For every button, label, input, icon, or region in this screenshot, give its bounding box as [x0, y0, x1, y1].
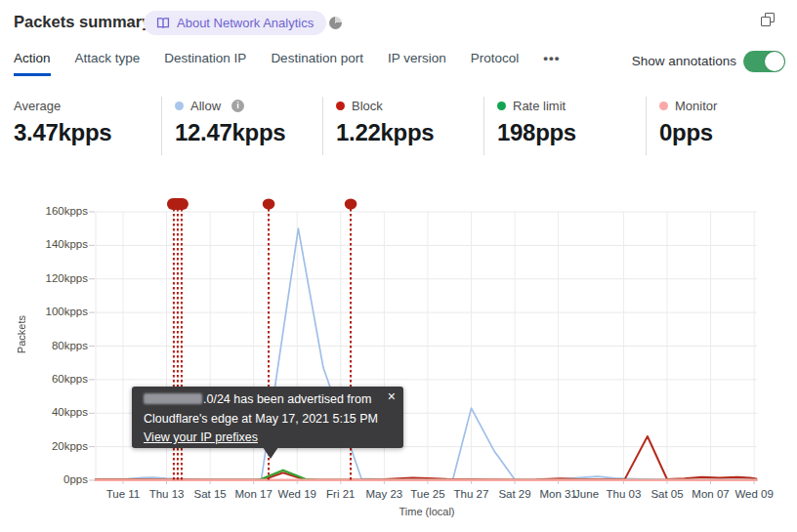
- stat-value: 12.47kpps: [175, 119, 322, 146]
- network-analytics-panel: Packets summary About Network Analytics …: [0, 0, 797, 532]
- tooltip-line-1: .0/24 has been advertised from: [144, 390, 392, 410]
- packets-chart: Packets Time (local) 160kpps140kpps120kp…: [0, 190, 797, 532]
- y-tick-label: 140kpps: [35, 238, 88, 250]
- badge-label: About Network Analytics: [177, 16, 314, 30]
- legend-dot: [659, 102, 668, 110]
- y-tick-label: 160kpps: [35, 205, 88, 217]
- y-tick-label: 0pps: [35, 473, 88, 485]
- tabs-overflow-button[interactable]: •••: [543, 51, 560, 73]
- tab-attack-type[interactable]: Attack type: [75, 51, 141, 76]
- y-tick-label: 120kpps: [35, 272, 88, 284]
- legend-dot: [175, 102, 184, 110]
- stat-label: Block: [352, 99, 383, 113]
- dimension-tabs: ActionAttack typeDestination IPDestinati…: [14, 51, 560, 76]
- tab-destination-ip[interactable]: Destination IP: [164, 51, 246, 76]
- y-tick-label: 20kpps: [35, 440, 88, 452]
- annotation-marker-pill[interactable]: [167, 198, 189, 210]
- info-icon[interactable]: i: [231, 100, 244, 112]
- stat-value: 198pps: [497, 119, 646, 146]
- view-ip-prefixes-link[interactable]: View your IP prefixes: [144, 430, 258, 444]
- tab-ip-version[interactable]: IP version: [388, 51, 446, 76]
- redacted-ip-prefix: [144, 393, 202, 404]
- about-network-analytics-badge[interactable]: About Network Analytics: [144, 11, 326, 35]
- stat-label: Allow: [190, 99, 221, 113]
- legend-dot: [497, 102, 506, 110]
- x-axis-title: Time (local): [329, 506, 524, 517]
- annotation-marker-dot[interactable]: [345, 199, 357, 210]
- book-icon: [156, 17, 170, 29]
- tab-destination-port[interactable]: Destination port: [271, 51, 363, 76]
- tooltip-line-2: Cloudflare's edge at May 17, 2021 5:15 P…: [144, 410, 392, 430]
- stat-value: 0pps: [659, 119, 797, 146]
- stat-rate-limit: Rate limit198pps: [483, 97, 646, 155]
- tooltip-line-3: View your IP prefixes: [144, 429, 392, 448]
- stat-label: Rate limit: [513, 99, 566, 113]
- stat-value: 1.22kpps: [336, 119, 483, 146]
- stat-allow: Allowi12.47kpps: [161, 97, 322, 155]
- y-tick-label: 100kpps: [35, 306, 88, 317]
- summary-stats: Average3.47kppsAllowi12.47kppsBlock1.22k…: [0, 97, 797, 155]
- y-tick-label: 60kpps: [35, 373, 88, 385]
- chart-canvas: [0, 190, 797, 532]
- pie-chart-icon[interactable]: [329, 17, 342, 29]
- y-axis-title: Packets: [16, 315, 27, 353]
- show-annotations-toggle[interactable]: [743, 51, 785, 72]
- stat-block: Block1.22kpps: [322, 97, 483, 155]
- page-title: Packets summary: [14, 13, 150, 31]
- tooltip-caret: [263, 447, 278, 459]
- stat-label: Average: [14, 99, 61, 113]
- toggle-knob: [765, 52, 784, 71]
- annotation-marker-dot[interactable]: [263, 199, 275, 210]
- tab-action[interactable]: Action: [14, 51, 51, 76]
- tab-protocol[interactable]: Protocol: [471, 51, 520, 76]
- y-tick-label: 40kpps: [35, 406, 88, 418]
- legend-dot: [336, 102, 345, 110]
- x-tick-label: Wed 09: [722, 488, 786, 500]
- stat-monitor: Monitor0pps: [646, 97, 797, 155]
- restore-window-icon[interactable]: [761, 13, 776, 27]
- stat-average: Average3.47kpps: [0, 97, 161, 155]
- y-tick-label: 80kpps: [35, 340, 88, 351]
- stat-label: Monitor: [675, 99, 717, 113]
- close-icon[interactable]: ×: [388, 388, 396, 407]
- annotation-tooltip: × .0/24 has been advertised from Cloudfl…: [132, 387, 403, 448]
- stat-value: 3.47kpps: [14, 119, 161, 146]
- show-annotations-label: Show annotations: [632, 54, 736, 68]
